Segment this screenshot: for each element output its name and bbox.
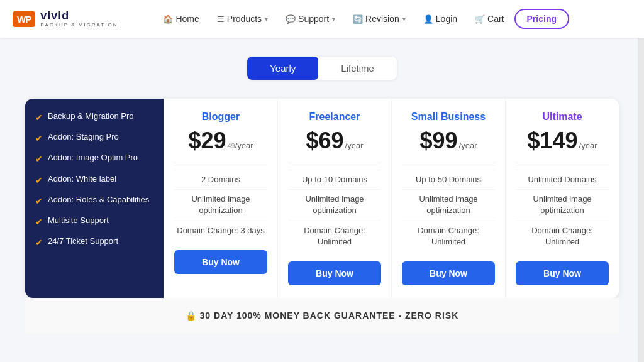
feature-item-2: ✔ Addon: Image Optim Pro: [35, 153, 153, 165]
plan-small-business: Small Business $99 /year Up to 50 Domain…: [391, 99, 505, 298]
plan-ultimate-feature-1: Unlimited image optimization: [516, 189, 609, 220]
cart-icon: 🛒: [475, 14, 485, 24]
nav-cart-label: Cart: [487, 14, 504, 24]
feature-item-1: ✔ Addon: Staging Pro: [35, 132, 153, 144]
buy-freelancer-btn[interactable]: Buy Now: [288, 261, 381, 285]
plan-ultimate: Ultimate $149 /year Unlimited Domains Un…: [505, 99, 619, 298]
chevron-down-icon-2: ▾: [332, 16, 335, 23]
pricing-button[interactable]: Pricing: [514, 9, 569, 29]
nav-revision-label: Revision: [365, 14, 399, 24]
toggle-lifetime-btn[interactable]: Lifetime: [318, 57, 397, 80]
plan-ultimate-amount: $149: [528, 128, 578, 154]
plan-small-business-price: $99 /year: [420, 128, 477, 154]
check-icon-5: ✔: [35, 216, 43, 228]
chevron-down-icon: ▾: [265, 16, 268, 23]
check-icon-6: ✔: [35, 237, 43, 248]
plan-blogger-year: /year: [235, 141, 253, 150]
plan-blogger-original: 49: [227, 142, 235, 150]
nav-support-label: Support: [298, 14, 329, 24]
buy-ultimate-btn[interactable]: Buy Now: [516, 261, 609, 285]
plan-freelancer: Freelancer $69 /year Up to 10 Domains Un…: [277, 99, 391, 298]
chevron-down-icon-3: ▾: [402, 16, 406, 23]
navbar: WP vivid BACKUP & MIGRATION 🏠 Home ☰ Pro…: [0, 0, 644, 38]
check-icon-3: ✔: [35, 175, 43, 186]
plan-ultimate-divider: [516, 163, 609, 163]
logo-wp-badge: WP: [13, 11, 35, 27]
plan-blogger: Blogger $29 49/year 2 Domains Unlimited …: [164, 99, 277, 298]
feature-item-4: ✔ Addon: Roles & Capabilities: [35, 195, 153, 207]
plan-blogger-name: Blogger: [202, 111, 240, 123]
feature-item-6: ✔ 24/7 Ticket Support: [35, 236, 153, 248]
pricing-grid: ✔ Backup & Migration Pro ✔ Addon: Stagin…: [25, 99, 619, 298]
plan-freelancer-price: $69 /year: [306, 128, 364, 154]
nav-item-cart[interactable]: 🛒 Cart: [467, 10, 511, 28]
check-icon-0: ✔: [35, 112, 43, 123]
plan-ultimate-feature-2: Domain Change: Unlimited: [516, 221, 609, 251]
plan-freelancer-divider: [288, 163, 381, 163]
nav-links: 🏠 Home ☰ Products ▾ 💬 Support ▾ 🔄 Revisi…: [155, 9, 631, 29]
check-icon-2: ✔: [35, 153, 43, 165]
buy-small-business-btn[interactable]: Buy Now: [402, 261, 495, 285]
plan-blogger-feature-1: Unlimited image optimization: [174, 189, 267, 220]
buy-blogger-btn[interactable]: Buy Now: [174, 250, 267, 274]
plan-freelancer-period: /year: [345, 141, 364, 150]
check-icon-4: ✔: [35, 195, 43, 207]
feature-label-2: Addon: Image Optim Pro: [48, 153, 138, 163]
plan-ultimate-feature-0: Unlimited Domains: [516, 170, 609, 189]
feature-label-4: Addon: Roles & Capabilities: [48, 195, 149, 206]
plan-freelancer-name: Freelancer: [309, 111, 360, 123]
plan-small-business-divider: [402, 163, 495, 163]
check-icon-1: ✔: [35, 133, 43, 144]
plan-freelancer-feature-1: Unlimited image optimization: [288, 189, 381, 220]
logo-icon: WP: [13, 11, 35, 27]
home-icon: 🏠: [163, 14, 173, 24]
revision-icon: 🔄: [353, 14, 363, 24]
feature-item-5: ✔ Multisite Support: [35, 216, 153, 228]
plan-ultimate-name: Ultimate: [542, 111, 582, 123]
plan-blogger-divider: [174, 163, 267, 163]
plan-small-business-name: Small Business: [411, 111, 486, 123]
nav-item-login[interactable]: 👤 Login: [416, 10, 465, 28]
scrollbar-track[interactable]: [638, 0, 644, 362]
page-wrapper: WP vivid BACKUP & MIGRATION 🏠 Home ☰ Pro…: [0, 0, 644, 362]
billing-toggle: Yearly Lifetime: [25, 57, 619, 80]
plan-blogger-feature-2: Domain Change: 3 days: [174, 221, 267, 240]
user-icon: 👤: [423, 14, 433, 24]
toggle-container: Yearly Lifetime: [247, 57, 397, 80]
main-content: Yearly Lifetime ✔ Backup & Migration Pro…: [0, 38, 644, 358]
nav-item-revision[interactable]: 🔄 Revision ▾: [345, 10, 413, 28]
plan-small-business-feature-2: Domain Change: Unlimited: [402, 221, 495, 251]
nav-login-label: Login: [436, 14, 457, 24]
nav-item-home[interactable]: 🏠 Home: [155, 10, 206, 28]
plan-blogger-feature-0: 2 Domains: [174, 170, 267, 189]
products-icon: ☰: [217, 14, 225, 24]
logo-text: vivid BACKUP & MIGRATION: [40, 10, 118, 28]
plan-small-business-feature-0: Up to 50 Domains: [402, 170, 495, 189]
nav-home-label: Home: [175, 14, 199, 24]
support-icon: 💬: [286, 14, 296, 24]
toggle-yearly-btn[interactable]: Yearly: [247, 57, 318, 80]
nav-item-support[interactable]: 💬 Support ▾: [278, 10, 343, 28]
feature-label-1: Addon: Staging Pro: [48, 132, 119, 143]
feature-label-5: Multisite Support: [48, 216, 109, 226]
logo-sub: BACKUP & MIGRATION: [40, 23, 118, 28]
logo-vivid: vivid: [40, 10, 118, 23]
features-column: ✔ Backup & Migration Pro ✔ Addon: Stagin…: [25, 99, 164, 298]
feature-label-6: 24/7 Ticket Support: [48, 236, 118, 247]
plan-ultimate-period: /year: [579, 141, 597, 150]
plan-small-business-feature-1: Unlimited image optimization: [402, 189, 495, 220]
plan-blogger-amount: $29: [188, 128, 226, 154]
plan-blogger-price: $29 49/year: [188, 128, 253, 154]
feature-label-0: Backup & Migration Pro: [48, 111, 134, 122]
plan-blogger-period: 49/year: [227, 141, 253, 150]
feature-item-3: ✔ Addon: White label: [35, 174, 153, 186]
plan-ultimate-price: $149 /year: [528, 128, 597, 154]
bottom-banner-label: 30 DAY 100% MONEY BACK GUARANTEE - ZERO …: [200, 310, 459, 321]
plan-freelancer-feature-0: Up to 10 Domains: [288, 170, 381, 189]
bottom-banner-text: 🔒: [186, 310, 200, 321]
plan-small-business-amount: $99: [420, 128, 458, 154]
logo: WP vivid BACKUP & MIGRATION: [13, 10, 118, 28]
feature-label-3: Addon: White label: [48, 174, 116, 185]
plan-freelancer-amount: $69: [306, 128, 344, 154]
nav-item-products[interactable]: ☰ Products ▾: [209, 10, 275, 28]
